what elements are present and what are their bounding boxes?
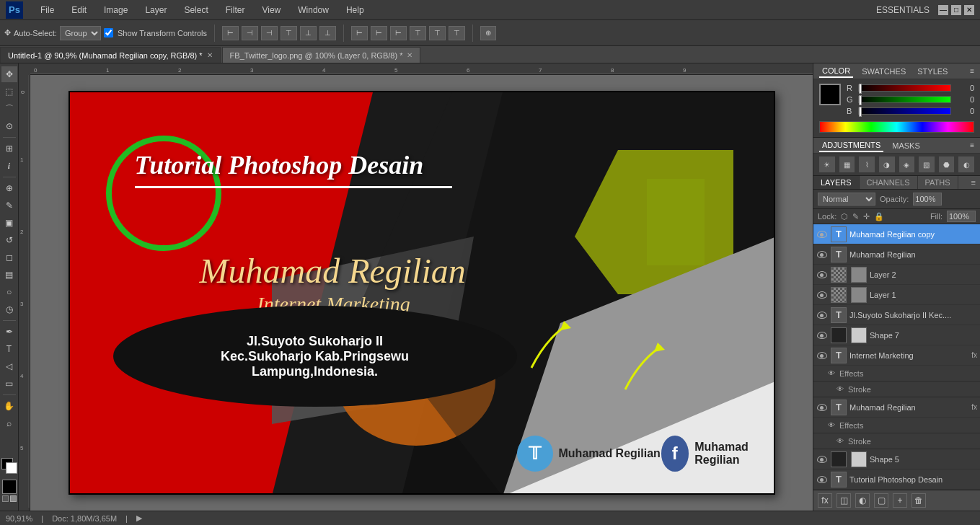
layer-vis-layer2[interactable] [816, 269, 828, 281]
adj-color-balance-icon[interactable]: ⬣ [939, 156, 955, 172]
g-slider[interactable] [858, 96, 951, 103]
menu-file[interactable]: File [37, 4, 57, 17]
auto-select-dropdown[interactable]: Group Layer [60, 26, 101, 40]
lasso-tool-btn[interactable]: ⌒ [1, 101, 17, 117]
layer-muhamad-regilian[interactable]: T Muhamad Regilian [813, 244, 980, 265]
stroke-eye-icon-2[interactable]: 👁 [836, 437, 844, 445]
layer-vis-layer1[interactable] [816, 289, 828, 301]
channels-tab[interactable]: CHANNELS [860, 176, 918, 189]
fill-input[interactable] [947, 211, 976, 222]
status-right-arrows[interactable]: ▶ [136, 513, 142, 523]
brush-tool-btn[interactable]: ✎ [1, 198, 17, 213]
layer-vis-shape7[interactable] [816, 330, 828, 341]
layer-layer1[interactable]: Layer 1 [813, 285, 980, 305]
layer-vis-muhamad-regilian-2[interactable] [816, 402, 828, 413]
layer-vis-shape5[interactable] [816, 454, 828, 465]
layer-vis-muhamad-regilian-copy[interactable] [816, 229, 828, 240]
eyedropper-tool-btn[interactable]: 𝒊 [1, 158, 17, 174]
tab-fb-twitter[interactable]: FB_Twitter_logo.png @ 100% (Layer 0, RGB… [222, 47, 421, 63]
color-tab[interactable]: COLOR [819, 65, 853, 78]
dist-top-btn[interactable]: ⊤ [410, 26, 426, 40]
adj-panel-collapse[interactable]: ≡ [970, 141, 974, 149]
auto-align-btn[interactable]: ⊕ [480, 26, 496, 40]
type-tool-btn[interactable]: T [1, 341, 17, 357]
dist-v-btn[interactable]: ⊤ [429, 26, 446, 40]
adj-exposure-icon[interactable]: ◑ [879, 156, 895, 172]
zoom-tool-btn[interactable]: ⌕ [1, 415, 17, 431]
add-group-btn[interactable]: ▢ [874, 493, 888, 508]
fg-bg-colors[interactable] [1, 458, 17, 474]
adj-brightness-icon[interactable]: ☀ [819, 156, 835, 172]
dodge-tool-btn[interactable]: ◷ [1, 301, 17, 317]
blend-mode-select[interactable]: Normal Multiply Screen [818, 193, 875, 206]
healing-tool-btn[interactable]: ⊕ [1, 180, 17, 196]
menu-select[interactable]: Select [181, 4, 211, 17]
maximize-button[interactable]: □ [951, 5, 961, 15]
layer-shape7[interactable]: Shape 7 [813, 325, 980, 345]
history-tool-btn[interactable]: ↺ [1, 232, 17, 248]
layer-muhamad-regilian-2[interactable]: T Muhamad Regilian fx [813, 397, 980, 418]
quick-mask-btn[interactable] [2, 480, 17, 494]
tab-untitled-close[interactable]: ✕ [207, 51, 213, 59]
layer-shape5[interactable]: Shape 5 [813, 449, 980, 469]
adj-bw-icon[interactable]: ◐ [958, 156, 974, 172]
lock-image-icon[interactable]: ✎ [852, 212, 859, 221]
adjustments-tab[interactable]: ADJUSTMENTS [819, 139, 883, 152]
align-top-btn[interactable]: ⊤ [281, 26, 297, 40]
design-canvas[interactable]: Tutorial Photoshop Desain Muhamad Regili… [69, 91, 775, 495]
layer-vis-jl-suyoto[interactable] [816, 309, 828, 321]
b-slider[interactable] [858, 107, 951, 115]
blur-tool-btn[interactable]: ○ [1, 284, 17, 300]
add-adjustment-btn[interactable]: ◐ [855, 493, 870, 508]
shape-tool-btn[interactable]: ▭ [1, 376, 17, 392]
layers-tab[interactable]: LAYERS [813, 176, 860, 189]
opacity-input[interactable] [913, 193, 942, 206]
styles-tab[interactable]: STYLES [914, 66, 950, 77]
layer-tutorial[interactable]: T Tutorial Photoshop Desain [813, 469, 980, 490]
layer-jl-suyoto[interactable]: T Jl.Suyoto Sukoharjo II Kec.... [813, 305, 980, 325]
layer-layer2[interactable]: Layer 2 [813, 265, 980, 285]
close-button[interactable]: ✕ [964, 5, 974, 15]
swatches-tab[interactable]: SWATCHES [859, 66, 909, 77]
minimize-button[interactable]: — [938, 5, 948, 15]
adj-levels-icon[interactable]: ▦ [839, 156, 855, 172]
menu-help[interactable]: Help [343, 4, 367, 17]
tab-untitled[interactable]: Untitled-1 @ 90,9% (Muhamad Regilian cop… [0, 47, 221, 63]
pen-tool-btn[interactable]: ✒ [1, 324, 17, 340]
stroke-eye-icon[interactable]: 👁 [836, 385, 844, 393]
path-select-tool-btn[interactable]: ◁ [1, 358, 17, 374]
effects-eye-icon-2[interactable]: 👁 [828, 421, 835, 429]
background-color[interactable] [6, 462, 17, 474]
adjustments-panel-header[interactable]: ADJUSTMENTS MASKS ≡ [813, 138, 980, 154]
essentials-label[interactable]: ESSENTIALS [873, 4, 932, 17]
layer-internet-marketing[interactable]: T Internet Marketing fx [813, 345, 980, 366]
quick-select-tool-btn[interactable]: ⊙ [1, 118, 17, 134]
align-center-v-btn[interactable]: ⊥ [300, 26, 317, 40]
adj-hsl-icon[interactable]: ▧ [919, 156, 935, 172]
menu-layer[interactable]: Layer [142, 4, 169, 17]
clone-tool-btn[interactable]: ▣ [1, 215, 17, 231]
align-bottom-btn[interactable]: ⊥ [319, 26, 336, 40]
dist-right-btn[interactable]: ⊢ [390, 26, 407, 40]
selection-tool-btn[interactable]: ⬚ [1, 84, 17, 100]
menu-filter[interactable]: Filter [223, 4, 248, 17]
layer-vis-muhamad-regilian[interactable] [816, 249, 828, 260]
align-left-btn[interactable]: ⊢ [222, 26, 239, 40]
color-panel-collapse[interactable]: ≡ [970, 67, 974, 75]
delete-layer-btn[interactable]: 🗑 [911, 493, 926, 508]
color-spectrum-bar[interactable] [819, 121, 974, 133]
new-layer-btn[interactable]: + [893, 493, 907, 508]
layers-panel-menu[interactable]: ≡ [967, 176, 980, 189]
paths-tab[interactable]: PATHS [918, 176, 958, 189]
hand-tool-btn[interactable]: ✋ [1, 398, 17, 414]
eraser-tool-btn[interactable]: ◻ [1, 250, 17, 265]
show-transform-checkbox[interactable] [104, 28, 113, 38]
crop-tool-btn[interactable]: ⊞ [1, 141, 17, 156]
dist-left-btn[interactable]: ⊢ [351, 26, 368, 40]
color-swatch-preview[interactable] [819, 84, 841, 105]
add-style-btn[interactable]: fx [818, 493, 832, 508]
menu-edit[interactable]: Edit [69, 4, 89, 17]
masks-tab[interactable]: MASKS [889, 140, 923, 151]
menu-view[interactable]: View [259, 4, 283, 17]
r-slider[interactable] [858, 84, 951, 92]
